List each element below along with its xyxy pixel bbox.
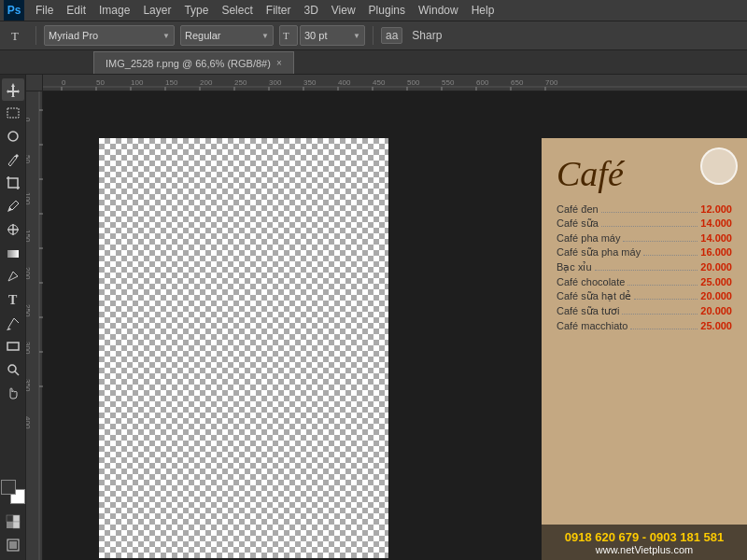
svg-text:500: 500 xyxy=(407,78,420,87)
tool-screen-mode[interactable] xyxy=(2,534,24,556)
font-size-select[interactable]: 30 pt ▼ xyxy=(300,25,365,46)
cafe-item-name-8: Café sữa tươi xyxy=(557,305,619,317)
font-size-chevron: ▼ xyxy=(353,32,360,40)
svg-text:200: 200 xyxy=(26,267,32,280)
cafe-item-price-5: 20.000 xyxy=(700,261,732,273)
font-style-label: Regular xyxy=(185,30,221,41)
ruler-horizontal: 0 50 100 150 200 250 300 350 400 450 500… xyxy=(43,75,747,91)
dots-2 xyxy=(601,226,698,227)
cafe-item-4: Café sữa pha máy 16.000 xyxy=(557,246,732,259)
svg-marker-8 xyxy=(7,328,11,330)
divider-2 xyxy=(373,26,374,45)
foreground-color-swatch[interactable] xyxy=(1,480,16,495)
canvas-transparent-area xyxy=(99,138,388,558)
menu-3d[interactable]: 3D xyxy=(298,2,323,19)
tool-move[interactable] xyxy=(2,78,24,101)
svg-text:0: 0 xyxy=(26,118,32,122)
tool-marquee[interactable] xyxy=(2,102,24,124)
ruler-h-ticks: 0 50 100 150 200 250 300 350 400 450 500… xyxy=(43,75,747,91)
cafe-item-6: Café chocolate 25.000 xyxy=(557,276,732,287)
svg-text:150: 150 xyxy=(26,230,32,243)
toolbar: T xyxy=(0,75,26,560)
svg-text:350: 350 xyxy=(26,379,32,392)
svg-text:150: 150 xyxy=(165,78,178,87)
tool-gradient[interactable] xyxy=(2,242,24,264)
svg-text:300: 300 xyxy=(269,78,282,87)
svg-text:700: 700 xyxy=(545,78,558,87)
dots-4 xyxy=(643,255,698,256)
dots-7 xyxy=(634,299,698,300)
dots-5 xyxy=(595,270,698,271)
cafe-item-price-3: 14.000 xyxy=(700,232,732,244)
cafe-item-price-1: 12.000 xyxy=(700,203,732,215)
dots-8 xyxy=(622,314,698,315)
ruler-vertical: 0 50 100 150 200 250 300 350 400 xyxy=(26,91,43,560)
svg-rect-17 xyxy=(9,541,17,549)
cafe-item-price-4: 16.000 xyxy=(700,246,732,258)
tool-path-select[interactable] xyxy=(2,312,24,334)
canvas-viewport[interactable]: Café Café đen 12.000 Café sữa 14.000 Caf… xyxy=(43,91,747,560)
svg-text:200: 200 xyxy=(200,78,213,87)
cafe-item-name-2: Café sữa xyxy=(557,217,599,230)
antialiasing-button[interactable]: aa xyxy=(381,27,402,44)
ruler-h-svg: 0 50 100 150 200 250 300 350 400 450 500… xyxy=(43,75,747,91)
svg-text:650: 650 xyxy=(511,78,524,87)
tool-crop[interactable] xyxy=(2,172,24,194)
menu-select[interactable]: Select xyxy=(216,2,258,19)
menu-filter[interactable]: Filter xyxy=(261,2,297,19)
dots-3 xyxy=(623,241,698,242)
menu-plugins[interactable]: Plugins xyxy=(363,2,411,19)
divider-1 xyxy=(35,26,36,45)
tool-brush[interactable] xyxy=(2,148,24,171)
document-tab[interactable]: IMG_2528 r.png @ 66,6% (RGB/8#) × xyxy=(93,51,294,74)
dots-1 xyxy=(601,212,698,213)
svg-text:T: T xyxy=(8,293,18,307)
tool-shape[interactable] xyxy=(2,335,24,357)
svg-point-4 xyxy=(8,132,18,141)
menu-window[interactable]: Window xyxy=(413,2,464,19)
svg-text:400: 400 xyxy=(338,78,351,87)
menu-bar: Ps File Edit Image Layer Type Select Fil… xyxy=(0,0,747,21)
tool-pen[interactable] xyxy=(2,265,24,287)
menu-layer[interactable]: Layer xyxy=(137,2,176,19)
ruler-v-svg: 0 50 100 150 200 250 300 350 400 xyxy=(26,91,43,560)
menu-type[interactable]: Type xyxy=(178,2,214,19)
font-name-select[interactable]: Myriad Pro ▼ xyxy=(44,25,175,46)
svg-text:350: 350 xyxy=(303,78,317,87)
cafe-item-name-4: Café sữa pha máy xyxy=(557,246,641,259)
menu-view[interactable]: View xyxy=(326,2,361,19)
circle-decoration xyxy=(700,147,738,185)
cafe-item-name-5: Bạc xỉu xyxy=(557,261,592,273)
svg-text:250: 250 xyxy=(26,304,32,317)
tool-lasso[interactable] xyxy=(2,125,24,147)
tab-close-button[interactable]: × xyxy=(276,58,282,68)
cafe-item-3: Café pha máy 14.000 xyxy=(557,232,732,244)
ruler-corner xyxy=(26,75,43,91)
svg-text:250: 250 xyxy=(234,78,247,87)
svg-rect-9 xyxy=(7,343,19,350)
cafe-item-5: Bạc xỉu 20.000 xyxy=(557,261,732,273)
cafe-item-9: Café macchiato 25.000 xyxy=(557,320,732,331)
tool-zoom[interactable] xyxy=(2,358,24,381)
tool-hand[interactable] xyxy=(2,382,24,404)
menu-file[interactable]: File xyxy=(30,2,59,19)
svg-rect-14 xyxy=(7,515,13,522)
dots-9 xyxy=(630,329,698,329)
svg-text:0: 0 xyxy=(62,78,66,87)
cafe-menu-image: Café Café đen 12.000 Café sữa 14.000 Caf… xyxy=(542,138,747,560)
svg-text:T: T xyxy=(283,30,289,41)
text-tool-icon: T xyxy=(6,24,28,47)
tool-quick-mask[interactable] xyxy=(2,511,24,533)
tool-heal[interactable] xyxy=(2,218,24,241)
tool-eyedropper[interactable] xyxy=(2,195,24,217)
menu-help[interactable]: Help xyxy=(466,2,500,19)
dots-6 xyxy=(627,285,698,286)
cafe-item-price-8: 20.000 xyxy=(700,305,732,316)
cafe-item-8: Café sữa tươi 20.000 xyxy=(557,305,732,317)
tool-text[interactable]: T xyxy=(2,288,24,311)
menu-image[interactable]: Image xyxy=(93,2,135,19)
font-style-select[interactable]: Regular ▼ xyxy=(180,25,274,46)
cafe-item-name-1: Café đen xyxy=(557,203,599,215)
menu-edit[interactable]: Edit xyxy=(61,2,92,19)
color-swatches[interactable] xyxy=(1,480,25,504)
